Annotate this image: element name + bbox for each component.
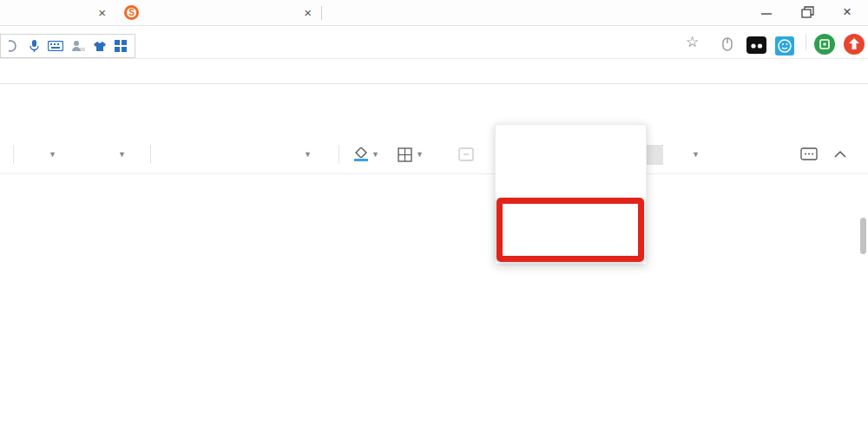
merge-cells-icon — [458, 147, 474, 161]
person-icon[interactable]: 00 — [71, 40, 85, 52]
screen: × S × × 00 ☆ — [0, 0, 868, 431]
chevron-down-icon: ▼ — [372, 150, 379, 159]
extension-panda-icon[interactable] — [746, 36, 766, 54]
font-size-select[interactable]: ▼ — [115, 134, 126, 174]
filter-active-badge[interactable] — [644, 145, 663, 165]
borders-grid-icon — [398, 147, 412, 162]
circle-icon — [9, 40, 21, 52]
chevron-down-icon: ▼ — [49, 150, 56, 159]
collapse-toolbar-button[interactable] — [833, 134, 847, 174]
divider — [806, 35, 806, 50]
microphone-icon[interactable] — [29, 39, 40, 53]
chevron-down-icon: ▼ — [692, 150, 700, 159]
comment-icon — [800, 147, 818, 162]
merge-cells-button[interactable] — [458, 134, 474, 174]
upgrade-arrow-icon[interactable] — [844, 34, 865, 55]
close-window-button[interactable]: × — [834, 3, 860, 19]
divider — [150, 145, 151, 164]
chevron-down-icon: ▼ — [416, 150, 424, 159]
qr-login-icon[interactable] — [814, 34, 835, 55]
bookmark-star-icon[interactable]: ☆ — [686, 33, 699, 51]
input-method-toolbar[interactable]: 00 — [0, 34, 135, 58]
tab-separator — [321, 6, 322, 20]
bookmarks-bar — [0, 59, 868, 84]
comment-button[interactable] — [800, 134, 818, 174]
chevron-down-icon: ▼ — [304, 150, 312, 159]
browser-tab-1[interactable]: × — [0, 0, 113, 25]
new-tab-button[interactable] — [332, 2, 355, 24]
svg-text:00: 00 — [80, 47, 85, 52]
close-tab-icon[interactable]: × — [98, 5, 106, 20]
fill-color-button[interactable]: ▼ — [354, 134, 379, 174]
format-toolbar: ▼ ▼ ▼ ▼ ▼ ▼ — [0, 134, 868, 174]
address-bar: 00 ☆ — [0, 26, 868, 59]
divider — [339, 145, 339, 164]
font-name-select[interactable]: ▼ — [45, 134, 56, 174]
chevron-up-icon — [833, 150, 847, 159]
borders-button[interactable]: ▼ — [398, 134, 424, 174]
browser-tab-2[interactable]: S × — [117, 0, 319, 25]
browser-tab-bar: × S × × — [0, 0, 868, 26]
mouse-gesture-icon[interactable] — [720, 36, 734, 52]
annotation-red-box — [496, 198, 644, 262]
keyboard-icon[interactable] — [48, 41, 63, 51]
minimize-button[interactable] — [753, 5, 779, 21]
sogou-icon: S — [124, 5, 139, 20]
grid-icon[interactable] — [115, 40, 127, 52]
spreadsheet-grid — [0, 174, 868, 431]
divider — [13, 145, 14, 164]
extension-face-icon[interactable] — [775, 36, 794, 56]
more-tools-button[interactable]: ▼ — [688, 134, 700, 174]
paint-bucket-icon — [354, 147, 368, 158]
close-tab-icon[interactable]: × — [304, 5, 312, 20]
vertical-scrollbar[interactable] — [860, 218, 866, 254]
app-header — [0, 84, 868, 134]
chevron-down-icon: ▼ — [118, 150, 126, 159]
restore-button[interactable] — [794, 5, 820, 21]
shirt-icon[interactable] — [93, 41, 107, 52]
font-color-button[interactable]: ▼ — [300, 134, 312, 174]
